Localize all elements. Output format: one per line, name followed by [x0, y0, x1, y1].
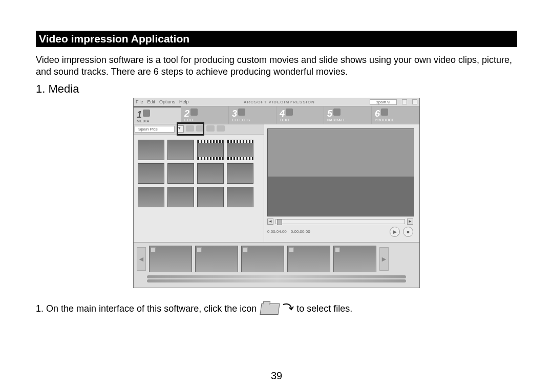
storyboard-clip[interactable]: [149, 246, 192, 272]
tab-label: EDIT: [184, 118, 225, 122]
thumbnail[interactable]: [167, 163, 194, 184]
storyboard-clip[interactable]: [333, 246, 376, 272]
close-button[interactable]: [412, 99, 417, 104]
seek-track[interactable]: [275, 219, 405, 224]
preview-pane: ◄ ► 0:00:04:00 0:00:00:00 ▶ ■: [264, 124, 419, 242]
clip-marker-icon: [243, 247, 248, 252]
thumbnail-video[interactable]: [227, 140, 253, 160]
media-icon: [143, 110, 150, 117]
thumbnail-video[interactable]: [197, 140, 224, 160]
instruction-text-post: to select files.: [296, 303, 352, 314]
storyboard-next[interactable]: ►: [379, 247, 389, 271]
app-window: File Edit Options Help ARCSOFT VIDEOIMPR…: [133, 98, 420, 288]
clip-marker-icon: [289, 247, 294, 252]
tab-number: 1: [137, 110, 142, 120]
tab-text[interactable]: 4 TEXT: [276, 106, 324, 124]
app-brand: ARCSOFT VIDEOIMPRESSION: [244, 100, 315, 104]
tab-narrate[interactable]: 5 NARRATE: [324, 106, 372, 124]
menu-file[interactable]: File: [136, 99, 143, 104]
thumbnail[interactable]: [227, 187, 253, 207]
thumbnail[interactable]: [167, 187, 194, 207]
thumbnail[interactable]: [138, 187, 164, 207]
menu-help[interactable]: Help: [179, 99, 189, 104]
minimize-button[interactable]: [402, 99, 407, 104]
storyboard-clip[interactable]: [195, 246, 238, 272]
thumbnail[interactable]: [138, 140, 164, 160]
storyboard: ◄ ►: [134, 242, 419, 288]
tab-produce[interactable]: 6 PRODUCE: [372, 106, 419, 124]
menubar: File Edit Options Help ARCSOFT VIDEOIMPR…: [134, 98, 419, 106]
storyboard-clip[interactable]: [287, 246, 330, 272]
tab-label: MEDIA: [137, 119, 178, 123]
tab-label: EFFECTS: [232, 118, 273, 122]
effects-icon: [238, 108, 245, 116]
tab-number: 2: [184, 108, 189, 119]
menu-edit[interactable]: Edit: [147, 99, 156, 104]
tab-label: TEXT: [280, 118, 321, 122]
thumbnail[interactable]: [167, 140, 194, 160]
tab-effects[interactable]: 3 EFFECTS: [229, 106, 276, 124]
play-button[interactable]: ▶: [390, 227, 400, 237]
media-pane: Spain Pics: [134, 124, 264, 242]
audio-track-bar[interactable]: [147, 279, 406, 282]
seek-back-button[interactable]: ◄: [267, 219, 273, 225]
tab-label: PRODUCE: [375, 118, 416, 122]
page-number: 39: [0, 370, 553, 382]
timecode-duration: 0:00:04:00: [267, 229, 287, 234]
tab-number: 4: [280, 108, 285, 119]
instruction-text-pre: 1. On the main interface of this softwar…: [36, 303, 257, 314]
thumbnail[interactable]: [138, 163, 164, 184]
album-name[interactable]: Spain Pics: [135, 126, 175, 133]
tab-number: 3: [232, 108, 237, 119]
narrate-icon: [333, 108, 341, 116]
audio-track-bar[interactable]: [147, 275, 406, 278]
section-title: Video impression Application: [36, 31, 517, 47]
camera-icon[interactable]: [206, 125, 215, 132]
tab-number: 6: [375, 108, 380, 119]
thumbnail[interactable]: [197, 187, 224, 207]
step-tabs: 1 MEDIA 2 EDIT 3 EFFECTS 4 TEXT 5 NARRAT…: [134, 106, 419, 124]
project-filename: spain.vi: [370, 99, 397, 105]
instruction-line: 1. On the main interface of this softwar…: [36, 303, 517, 315]
seek-thumb[interactable]: [277, 219, 282, 225]
step-heading: 1. Media: [36, 82, 517, 96]
storyboard-clip[interactable]: [241, 246, 284, 272]
callout-highlight: [177, 122, 204, 136]
tab-media[interactable]: 1 MEDIA: [134, 106, 181, 124]
thumbnail[interactable]: [197, 163, 224, 184]
open-folder-icon: [260, 303, 280, 315]
storyboard-prev[interactable]: ◄: [137, 247, 146, 271]
video-preview[interactable]: [267, 128, 414, 216]
thumbnail-grid: [134, 135, 264, 212]
tab-number: 5: [327, 108, 332, 119]
curved-arrow-icon: [283, 304, 292, 314]
clip-marker-icon: [335, 247, 340, 252]
clip-marker-icon: [197, 247, 202, 252]
produce-icon: [381, 108, 388, 116]
clip-marker-icon: [151, 247, 156, 252]
edit-icon: [190, 108, 198, 116]
tab-edit[interactable]: 2 EDIT: [181, 106, 229, 124]
intro-paragraph: Video impression software is a tool for …: [36, 54, 517, 78]
timecode-position: 0:00:00:00: [291, 229, 310, 234]
menu-options[interactable]: Options: [159, 99, 175, 104]
seek-fwd-button[interactable]: ►: [407, 219, 413, 225]
scanner-icon[interactable]: [217, 125, 225, 132]
tab-label: NARRATE: [327, 118, 368, 122]
stop-button[interactable]: ■: [403, 227, 413, 237]
thumbnail[interactable]: [227, 163, 253, 184]
text-icon: [286, 108, 293, 116]
